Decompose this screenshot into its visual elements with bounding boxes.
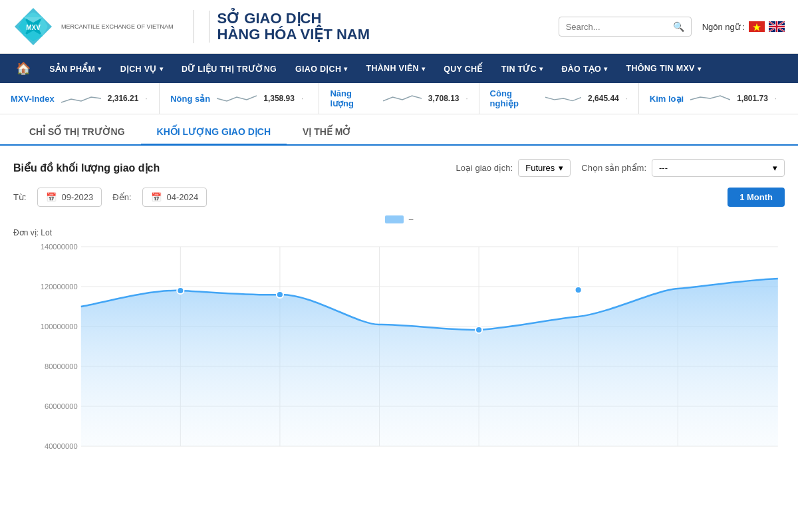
search-input[interactable] — [566, 22, 669, 32]
ticker-cong-nghiep-chart — [545, 89, 582, 108]
chart-controls: Loại giao dịch: Futures ▾ Chọn sản phẩm:… — [456, 159, 785, 177]
loai-giao-dich-select[interactable]: Futures ▾ — [518, 159, 571, 177]
logo-area: MXV MERCANTILE EXCHANGE OF VIETNAM SỞ GI… — [13, 7, 370, 47]
den-date-value: 04-2024 — [167, 192, 199, 202]
loai-giao-dich-label: Loại giao dịch: — [456, 163, 513, 173]
data-point-3 — [475, 327, 482, 333]
chon-san-pham-group: Chọn sản phẩm: --- ▾ — [581, 159, 785, 177]
logo-icon: MXV — [13, 7, 53, 47]
nav-san-pham[interactable]: SẢN PHẨM ▾ — [40, 54, 110, 83]
loai-giao-dich-group: Loại giao dịch: Futures ▾ — [456, 159, 571, 177]
chon-san-pham-label: Chọn sản phẩm: — [581, 163, 646, 173]
brand-vi2: HÀNG HÓA VIỆT NAM — [217, 27, 370, 43]
flag-vn-icon — [749, 21, 765, 32]
ticker-mxv-value: 2,316.21 — [108, 94, 139, 103]
header: MXV MERCANTILE EXCHANGE OF VIETNAM SỞ GI… — [0, 0, 798, 54]
ticker-mxv-name: MXV-Index — [11, 94, 55, 104]
header-search: 🔍 Ngôn ngữ : — [559, 17, 785, 37]
language-area: Ngôn ngữ : — [702, 21, 785, 32]
date-range-row: Từ: 📅 09-2023 Đến: 📅 04-2024 1 Month — [13, 188, 785, 207]
ticker-cong-nghiep-value: 2,645.44 — [588, 94, 619, 103]
ticker-cong-nghiep-name: Công nghiệp — [490, 88, 539, 108]
nav-giao-dich[interactable]: GIAO DỊCH ▾ — [286, 54, 357, 83]
area-fill — [81, 279, 778, 446]
y-label-140: 140000000 — [41, 243, 78, 251]
ticker-kim-loai-chart — [690, 89, 730, 108]
chart-title: Biểu đồ khối lượng giao dịch — [13, 162, 160, 174]
chart-legend: – — [13, 215, 785, 224]
ticker-nang-luong-name: Năng lượng — [330, 88, 376, 108]
tab-khoi-luong[interactable]: KHỐI LƯỢNG GIAO DỊCH — [141, 120, 287, 146]
chon-san-pham-select[interactable]: --- ▾ — [652, 159, 785, 177]
nav-tin-tuc[interactable]: TIN TỨC ▾ — [492, 54, 553, 83]
tab-chi-so[interactable]: CHỈ SỐ THỊ TRƯỜNG — [13, 120, 141, 146]
y-label-120: 120000000 — [41, 283, 78, 291]
ticker-nang-luong-value: 3,708.13 — [428, 94, 460, 103]
tu-date-input[interactable]: 📅 09-2023 — [37, 188, 102, 207]
chart-container: 140000000 120000000 100000000 80000000 6… — [13, 240, 785, 466]
den-label: Đến: — [112, 192, 131, 202]
main-tabs: CHỈ SỐ THỊ TRƯỜNG KHỐI LƯỢNG GIAO DỊCH V… — [0, 120, 798, 146]
ticker-nang-luong-chart — [383, 89, 422, 108]
ticker-nang-luong-change: · — [466, 94, 468, 102]
ticker-kim-loai-name: Kim loại — [650, 94, 684, 104]
ticker-kim-loai-change: · — [775, 94, 777, 102]
search-box[interactable]: 🔍 — [559, 17, 692, 37]
den-date-input[interactable]: 📅 04-2024 — [142, 188, 207, 207]
ticker-kim-loai[interactable]: Kim loại 1,801.73 · — [639, 83, 798, 114]
ticker-cong-nghiep[interactable]: Công nghiệp 2,645.44 · — [479, 83, 639, 114]
tu-date-value: 09-2023 — [62, 192, 94, 202]
nav-quy-che[interactable]: QUY CHẾ — [434, 54, 492, 83]
data-point-1 — [177, 287, 184, 294]
tab-vi-the[interactable]: VỊ THẾ MỞ — [287, 120, 367, 146]
nav-bar: 🏠 SẢN PHẨM ▾ DỊCH VỤ ▾ DỮ LIỆU THỊ TRƯỜN… — [0, 54, 798, 83]
ticker-nong-san-value: 1,358.93 — [263, 94, 295, 103]
data-point-2 — [277, 291, 283, 298]
ticker-nong-san-chart — [217, 89, 257, 108]
y-label-40: 40000000 — [45, 442, 78, 450]
futures-chevron-icon: ▾ — [559, 163, 563, 173]
calendar-to-icon: 📅 — [151, 192, 162, 202]
chart-header: Biểu đồ khối lượng giao dịch Loại giao d… — [13, 159, 785, 177]
ticker-mxv[interactable]: MXV-Index 2,316.21 · — [0, 83, 160, 114]
y-label-60: 60000000 — [45, 402, 78, 410]
nav-thanh-vien[interactable]: THÀNH VIÊN ▾ — [357, 54, 435, 83]
btn-1-month[interactable]: 1 Month — [728, 188, 785, 207]
legend-label: – — [409, 215, 414, 224]
ticker-nong-san[interactable]: Nông sản 1,358.93 · — [160, 83, 319, 114]
ticker-nang-luong[interactable]: Năng lượng 3,708.13 · — [319, 83, 479, 114]
data-point-4 — [575, 287, 582, 293]
brand-text: SỞ GIAO DỊCH HÀNG HÓA VIỆT NAM — [209, 11, 370, 43]
calendar-from-icon: 📅 — [46, 192, 57, 202]
nav-dao-tao[interactable]: ĐÀO TẠO ▾ — [552, 54, 616, 83]
ticker-nong-san-change: · — [301, 94, 303, 102]
brand-vi1: SỞ GIAO DỊCH — [217, 11, 370, 27]
search-icon: 🔍 — [673, 21, 684, 32]
product-chevron-icon: ▾ — [773, 163, 777, 173]
nav-thong-tin[interactable]: THÔNG TIN MXV ▾ — [616, 54, 710, 83]
ticker-bar: MXV-Index 2,316.21 · Nông sản 1,358.93 ·… — [0, 83, 798, 114]
ticker-mxv-chart — [61, 89, 101, 108]
chart-section: Biểu đồ khối lượng giao dịch Loại giao d… — [0, 146, 798, 473]
svg-text:MXV: MXV — [26, 24, 41, 31]
nav-du-lieu[interactable]: DỮ LIỆU THỊ TRƯỜNG — [172, 54, 286, 83]
tu-label: Từ: — [13, 192, 27, 202]
ticker-mxv-change: · — [145, 94, 147, 102]
y-label-80: 80000000 — [45, 362, 78, 370]
loai-giao-dich-value: Futures — [525, 163, 555, 173]
nav-dich-vu[interactable]: DỊCH VỤ ▾ — [111, 54, 172, 83]
legend-color-rect — [385, 215, 404, 223]
ticker-nong-san-name: Nông sản — [170, 94, 210, 104]
svg-rect-18 — [776, 21, 777, 32]
language-label: Ngôn ngữ : — [702, 22, 745, 32]
flag-uk-icon — [769, 21, 785, 32]
ticker-kim-loai-value: 1,801.73 — [737, 94, 768, 103]
logo-en-text: MERCANTILE EXCHANGE OF VIETNAM — [61, 23, 174, 31]
nav-home[interactable]: 🏠 — [7, 54, 40, 83]
y-label-100: 100000000 — [41, 323, 78, 331]
area-chart-svg: 140000000 120000000 100000000 80000000 6… — [13, 240, 785, 466]
chon-san-pham-value: --- — [659, 163, 668, 173]
unit-label: Đơn vị: Lot — [13, 228, 785, 237]
ticker-cong-nghiep-change: · — [626, 94, 628, 102]
